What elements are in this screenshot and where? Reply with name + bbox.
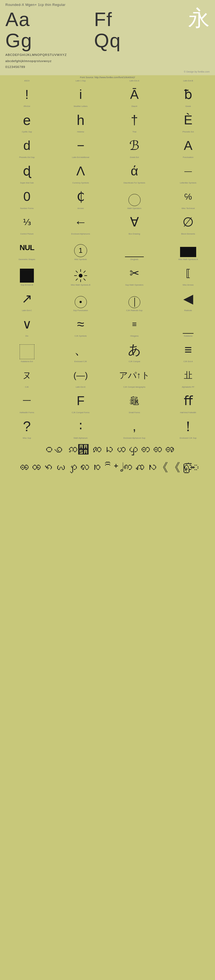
label-greek-ext: Greek Ext (107, 156, 161, 160)
cell-equal-triple: ≡ (161, 339, 215, 360)
bottom-chars-row-1: ဝ꩜ꩡ꩚ꩣꩢꩤꩥꩦꩧꩨ (0, 441, 215, 458)
symbol-beta-alt: ℬ (129, 136, 140, 155)
symbol-scissors: ✂ (129, 264, 140, 283)
svg-line-8 (76, 278, 78, 280)
label-row-4: Phonetic Ext Sup Latin Ext Additional Gr… (0, 156, 215, 160)
label-latin-ext-add: Latin Ext Additional (54, 156, 107, 160)
cell-katakana-nu: ヌ (0, 364, 54, 386)
label-small-forms: Small Forms (107, 411, 161, 415)
label-latin1sup: Latin 1 Sup (54, 80, 107, 84)
label-enclosed-cjk-sup: Enclosed CJK Sup (161, 437, 215, 441)
symbol-circle-vert (129, 296, 140, 308)
symbol-black-block (180, 247, 196, 257)
cell-d-hook: ɖ (0, 160, 54, 181)
label-sup-punct: Sup Punctuation (54, 309, 107, 313)
label-block-elements: Block Elements (161, 233, 215, 237)
label-number-forms: Number Forms (0, 207, 54, 211)
cell-dashed-box (0, 339, 54, 360)
symbol-horiz-line (183, 333, 194, 334)
symbol-circle-empty (129, 194, 140, 206)
cell-v-check: ∨ (0, 313, 54, 335)
cell-cjk-char: 一 (0, 390, 54, 411)
symbol-comma-small: , (132, 417, 136, 436)
cell-b-hook: ƀ (161, 84, 215, 105)
letter-aa: Aa (5, 9, 94, 30)
cell-beta-alt: ℬ (107, 135, 161, 156)
label-latin-ext-a: Latin Ext-A (107, 80, 161, 84)
symbol-zero-super: 0 (23, 187, 31, 206)
label-row-13: CJK Latin Ext-E CJK Compat Ideographs Al… (0, 386, 215, 390)
svg-point-0 (79, 274, 83, 277)
symbol-a-alpha: A (184, 136, 193, 155)
cell-black-block (161, 237, 215, 258)
symbol-exclaim-full: ！ (181, 417, 195, 436)
symbol-d-hook: ɖ (23, 162, 31, 181)
symbol-sun (74, 269, 88, 283)
symbol-colon-raised: ∶ (79, 417, 83, 436)
symbol-row-3: d − ℬ A (0, 135, 215, 156)
symbol-em-dash: — (184, 162, 192, 181)
label-arrows: Arrows (54, 207, 107, 211)
symbol-d-eth: d (23, 136, 31, 155)
symbol-ff-ligature: ﬀ (184, 391, 193, 410)
cell-f-script: F (54, 390, 107, 411)
cell-alpha-tonos: ά (107, 160, 161, 181)
cell-d-eth: d (0, 135, 54, 156)
cell-hiragana-a: あ (107, 339, 161, 360)
symbol-e-grave: È (184, 111, 193, 129)
label-letterlike: Letterlike Symbols (161, 181, 215, 186)
font-title: Rounded-X Mgen+ 1cp thin Regular (5, 3, 210, 7)
cell-question: ? (0, 415, 54, 437)
label-sup-math-ops: Sup Math Operators (107, 284, 161, 288)
symbol-fraction-third: ⅓ (23, 213, 31, 232)
symbol-circle-dot (75, 296, 87, 308)
label-ascii: ASCII (0, 80, 54, 84)
svg-line-6 (84, 278, 86, 280)
symbol-row-1: ! i Ā ƀ (0, 84, 215, 105)
cell-arrow-ne: ↗ (0, 288, 54, 309)
symbol-dashed-box (20, 344, 34, 359)
alphabet-upper: ABCDEFGHIJKLMNOPQRSTUVWXYZ (5, 52, 210, 57)
cell-dagger: † (107, 109, 161, 130)
symbol-alpha-tonos: ά (131, 162, 138, 181)
label-misc-symbols: Misc Symbols (54, 258, 107, 262)
label-radicals: Radicals (161, 309, 215, 313)
symbol-row-4: ɖ Λ ά — (0, 160, 215, 181)
symbol-cjk-ext: 㐀 (184, 366, 193, 385)
copyright: © Design by fontke.com (5, 70, 210, 73)
cell-scissors: ✂ (107, 262, 161, 284)
label-enclosed-cjk: Enclosed CJK (54, 360, 107, 364)
symbol-row-2: e h † È (0, 109, 215, 130)
cell-exclaim: ! (0, 84, 54, 105)
letter-gg: Gg (5, 30, 94, 51)
cell-line-horiz (107, 237, 161, 258)
symbol-row-13: 一 F 龜 ﬀ (0, 390, 215, 411)
symbol-arrow-filled-left: ◀ (183, 290, 193, 308)
label-cyrillic-sup: Cyrillic Sup (0, 130, 54, 135)
cell-paren-dash: (—) (54, 364, 107, 386)
symbol-row-12: ヌ (—) アパ↑ト 㐀 (0, 364, 215, 386)
cell-bracket-pair: ⟦ (161, 262, 215, 284)
label-cjk-radicals-sup: CJK Radicals Sup (107, 309, 161, 313)
label-misc-math-b: Misc Math Symbols-B (54, 284, 107, 288)
symbol-black-square (20, 269, 34, 283)
symbol-cent-slash: ₵ (76, 187, 85, 206)
cell-h-small: h (54, 109, 107, 130)
label-latin-ext-e: Latin Ext-E (54, 386, 107, 390)
letter-qq: Qq (94, 30, 183, 51)
symbol-hiragana-a: あ (128, 340, 141, 359)
label-hebrew: Hebrew (54, 130, 107, 135)
cell-turtle: 龜 (107, 390, 161, 411)
cell-dash: − (54, 135, 107, 156)
cell-triple-bar: ≡ (107, 313, 161, 335)
symbol-cjk-char: 一 (22, 391, 31, 410)
cell-cent-slash: ₵ (54, 186, 107, 207)
label-half-fullwidth: Half And Fullwidth (161, 411, 215, 415)
main-grid: ASCII Latin 1 Sup Latin Ext-A Latin Ext-… (0, 80, 215, 477)
label-cjk-compat: CJK Compat (107, 360, 161, 364)
label-phonetic-ext: Phonetic Ext (161, 130, 215, 135)
label-box-drawing: Box Drawing (107, 233, 161, 237)
cell-exclaim-full: ！ (161, 415, 215, 437)
cell-fraction-third: ⅓ (0, 211, 54, 233)
source-row: Font Source: http://www.fontke.com/font/… (0, 75, 215, 80)
